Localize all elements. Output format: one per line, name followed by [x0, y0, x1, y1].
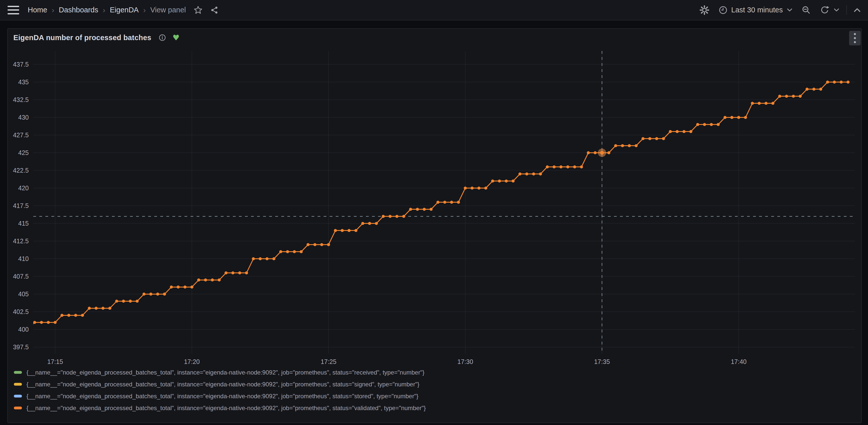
data-point	[532, 172, 535, 175]
legend-item[interactable]: {__name__="node_eigenda_processed_batche…	[14, 402, 426, 414]
data-point	[710, 123, 713, 126]
panel-header[interactable]: EigenDA number of processed batches ♥	[8, 29, 861, 47]
data-point	[648, 137, 651, 140]
data-point	[129, 300, 132, 303]
favorite-star-icon[interactable]	[193, 5, 203, 15]
data-point	[642, 137, 645, 140]
data-point	[669, 130, 672, 133]
chevron-down-icon	[834, 8, 839, 12]
data-point	[67, 314, 70, 317]
data-point	[731, 116, 734, 119]
data-point	[375, 222, 378, 225]
y-axis-tick-label: 397.5	[13, 343, 29, 350]
breadcrumb-home[interactable]: Home	[28, 6, 47, 14]
data-point	[689, 130, 692, 133]
data-point	[320, 243, 323, 246]
data-point	[423, 208, 426, 211]
share-icon[interactable]	[210, 6, 219, 15]
highlighted-point[interactable]	[600, 151, 604, 155]
grid-lines: 397.5400402.5405407.5410412.5415417.5420…	[13, 51, 855, 365]
data-point	[737, 116, 740, 119]
menu-icon[interactable]	[7, 6, 19, 15]
breadcrumb-view-panel: View panel	[150, 6, 186, 14]
refresh-interval-dropdown[interactable]	[834, 8, 839, 12]
legend-label: {__name__="node_eigenda_processed_batche…	[27, 381, 420, 388]
gear-icon[interactable]	[700, 5, 710, 15]
legend-swatch[interactable]	[14, 395, 22, 397]
data-point	[54, 321, 57, 324]
data-point	[40, 321, 43, 324]
refresh-icon	[819, 5, 829, 15]
y-axis-tick-label: 435	[18, 79, 29, 86]
legend-item[interactable]: {__name__="node_eigenda_processed_batche…	[14, 390, 426, 402]
data-point	[238, 271, 241, 274]
data-point	[184, 285, 186, 288]
data-point	[279, 250, 282, 253]
divider	[846, 5, 847, 15]
data-point	[81, 314, 84, 317]
data-point	[505, 179, 508, 182]
breadcrumb-separator-icon: ›	[143, 6, 146, 15]
legend-swatch[interactable]	[14, 406, 22, 409]
data-point	[231, 271, 235, 274]
data-point	[628, 144, 631, 147]
data-point	[163, 292, 166, 295]
x-axis-tick-label: 17:35	[594, 358, 610, 365]
collapse-chevron-up-icon[interactable]	[854, 8, 861, 12]
data-point	[765, 102, 768, 105]
breadcrumb-separator-icon: ›	[103, 6, 105, 15]
data-point	[546, 165, 549, 168]
y-axis-tick-label: 430	[18, 114, 29, 121]
data-point	[327, 243, 330, 246]
time-range-picker[interactable]: Last 30 minutes	[718, 5, 793, 15]
zoom-out-icon[interactable]	[802, 5, 811, 15]
legend-swatch[interactable]	[14, 371, 22, 374]
data-point	[135, 300, 138, 303]
data-point	[580, 165, 583, 168]
breadcrumb-dashboards[interactable]: Dashboards	[59, 6, 98, 14]
breadcrumb: Home › Dashboards › EigenDA › View panel	[28, 6, 186, 15]
data-point	[177, 285, 180, 288]
y-axis-tick-label: 400	[18, 326, 29, 333]
data-point	[88, 307, 91, 310]
data-point	[300, 250, 303, 253]
y-axis-tick-label: 417.5	[13, 202, 29, 209]
y-axis-tick-label: 407.5	[13, 273, 29, 280]
panel-menu-kebab-icon[interactable]	[849, 31, 861, 46]
x-axis-tick-label: 17:40	[731, 358, 747, 365]
data-point	[341, 229, 344, 232]
data-point	[477, 187, 480, 190]
data-point	[416, 208, 419, 211]
legend-item[interactable]: {__name__="node_eigenda_processed_batche…	[14, 366, 426, 378]
chart-legend: {__name__="node_eigenda_processed_batche…	[14, 366, 426, 414]
panel-title: EigenDA number of processed batches	[13, 34, 151, 42]
legend-label: {__name__="node_eigenda_processed_batche…	[27, 404, 426, 412]
data-point	[799, 95, 802, 98]
data-point	[703, 123, 706, 126]
data-point	[266, 257, 269, 260]
data-point	[396, 215, 399, 218]
info-icon[interactable]	[159, 34, 166, 41]
breadcrumb-eigenda[interactable]: EigenDA	[110, 6, 138, 14]
x-axis-tick-label: 17:20	[184, 358, 200, 365]
data-point	[498, 179, 501, 182]
data-point	[61, 314, 63, 317]
legend-item[interactable]: {__name__="node_eigenda_processed_batche…	[14, 378, 426, 390]
data-point	[368, 222, 371, 225]
data-point	[593, 151, 596, 154]
data-point	[846, 81, 849, 84]
data-point	[484, 187, 487, 190]
data-point	[826, 81, 829, 84]
legend-swatch[interactable]	[14, 383, 22, 386]
series-validated	[28, 81, 849, 329]
data-point	[614, 144, 617, 147]
data-point	[717, 123, 720, 126]
refresh-button[interactable]	[819, 5, 829, 15]
data-point	[751, 102, 754, 105]
data-point	[436, 201, 439, 204]
data-point	[634, 144, 638, 147]
data-point	[457, 201, 460, 204]
data-point	[757, 102, 761, 105]
time-series-chart[interactable]: 397.5400402.5405407.5410412.5415417.5420…	[8, 29, 862, 424]
x-axis-tick-label: 17:15	[48, 358, 63, 365]
